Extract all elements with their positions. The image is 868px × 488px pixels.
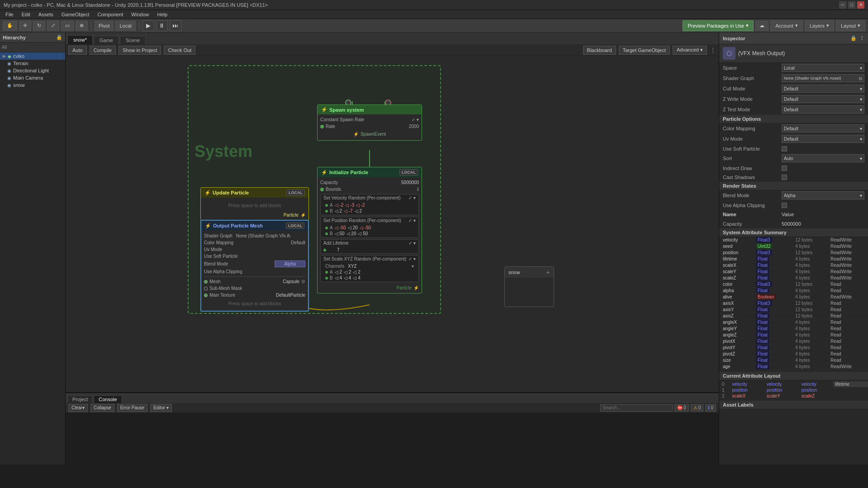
scale-tool-button[interactable]: ⤢ <box>47 21 59 31</box>
collab-button[interactable]: ☁ <box>755 21 768 31</box>
insp-indirect-checkbox[interactable] <box>782 166 787 171</box>
insp-cull-dropdown[interactable]: Default ▾ <box>782 85 864 93</box>
out-mesh-settings[interactable]: ⚙ <box>301 279 305 284</box>
spawn-rate-connector[interactable] <box>320 125 324 128</box>
local-button[interactable]: Local <box>115 21 135 31</box>
life-toggle[interactable]: ✓ ▾ <box>408 241 416 246</box>
attr-name-alive: alive <box>719 294 752 300</box>
insp-blendmode-dropdown[interactable]: Alpha ▾ <box>782 191 864 199</box>
initialize-node[interactable]: ⚡ Initialize Particle LOCAL Capacity 500… <box>317 167 422 294</box>
insp-ztest-dropdown[interactable]: Default ▾ <box>782 105 864 114</box>
out-blend-label: Blend Mode <box>204 261 228 266</box>
advanced-button[interactable]: Advanced ▾ <box>673 46 707 55</box>
pos-toggle[interactable]: ✓ ▾ <box>408 218 416 223</box>
menu-gameobject[interactable]: GameObject <box>58 11 93 18</box>
show-in-project-button[interactable]: Show in Project <box>119 46 161 55</box>
vel-toggle[interactable]: ✓ ▾ <box>408 195 416 200</box>
out-mesh-connector[interactable] <box>204 280 208 284</box>
vfx-canvas[interactable]: System Start <box>66 56 719 392</box>
insp-castshadows-checkbox[interactable] <box>782 175 787 180</box>
set-velocity-subnode: Set Velocity Random (Per-component) ✓ ▾ … <box>320 194 419 215</box>
vel-b-dot <box>325 210 328 213</box>
init-bounds-connector[interactable] <box>320 188 324 191</box>
attr-access-size: Read <box>827 357 868 364</box>
pivot-button[interactable]: Pivot <box>95 21 114 31</box>
insp-uvmode-dropdown[interactable]: Default ▾ <box>782 135 864 143</box>
asset-labels-header: Asset Labels <box>719 401 868 409</box>
output-node[interactable]: ⚡ Output Particle Mesh LOCAL Shader Grap… <box>200 220 309 312</box>
menu-window[interactable]: Window <box>128 11 152 18</box>
layers-button[interactable]: Layers ▾ <box>805 20 834 31</box>
menu-file[interactable]: File <box>2 11 17 18</box>
hierarchy-item-main-camera[interactable]: ◉ Main Camera <box>0 74 65 81</box>
insp-space-dropdown[interactable]: Local ▾ <box>782 64 864 72</box>
insp-softparticle-checkbox[interactable] <box>782 146 787 152</box>
attr-access-color: Read <box>827 281 868 288</box>
console-search-input[interactable] <box>600 404 673 412</box>
insp-space-value: Local <box>784 66 795 71</box>
tab-project[interactable]: Project <box>67 395 93 403</box>
snow-add-icon[interactable]: + <box>546 269 550 276</box>
tab-scene[interactable]: Scene <box>120 36 146 44</box>
collapse-button[interactable]: Collapse <box>90 404 114 412</box>
bottom-panel: Project Console Clear ▾ Collapse Error P… <box>66 392 719 464</box>
attribute-table: velocity Float3 12 bytes ReadWrite seed … <box>719 237 868 370</box>
close-button[interactable]: ✕ <box>857 1 864 9</box>
scale-toggle[interactable]: ✓ ▾ <box>408 256 416 261</box>
attr-type-seed: Uint32 <box>752 243 792 250</box>
rotate-tool-button[interactable]: ↻ <box>33 21 45 31</box>
toolbar-more-icon[interactable]: ⋮ <box>710 47 716 54</box>
rect-tool-button[interactable]: ▭ <box>61 21 74 31</box>
update-node[interactable]: ⚡ Update Particle LOCAL Press space to a… <box>200 187 309 221</box>
menu-component[interactable]: Component <box>94 11 127 18</box>
step-button[interactable]: ⏭ <box>170 20 181 31</box>
attr-name-scaleY: scaleY <box>719 269 752 275</box>
insp-shader-dropdown[interactable]: None (Shader Graph Vfx Asset) ⊙ <box>782 74 864 82</box>
insp-sort-dropdown[interactable]: Auto ▾ <box>782 154 864 162</box>
spawn-toggle-icon[interactable]: ✓ ▾ <box>412 117 419 122</box>
inspector-more-icon[interactable]: ⋮ <box>859 35 864 41</box>
out-color-row: Color Mapping Default <box>204 239 305 246</box>
insp-blendmode-row: Blend Mode Alpha ▾ <box>719 190 868 201</box>
channels-dropdown[interactable]: ▾ <box>412 264 414 269</box>
minimize-button[interactable]: ─ <box>839 1 846 9</box>
play-button[interactable]: ▶ <box>142 20 154 31</box>
insp-colmap-dropdown[interactable]: Default ▾ <box>782 124 864 133</box>
error-pause-button[interactable]: Error Pause <box>117 404 147 412</box>
editor-button[interactable]: Editor ▾ <box>150 404 172 412</box>
hierarchy-item-cviko[interactable]: ▶ ◆ cviko ⋮ <box>0 52 65 60</box>
inspector-lock-icon[interactable]: 🔒 <box>850 35 857 41</box>
tab-console[interactable]: Console <box>94 395 122 403</box>
hierarchy-item-snow[interactable]: ◉ snow <box>0 81 65 89</box>
tab-snow[interactable]: snow* <box>67 35 93 44</box>
menu-assets[interactable]: Assets <box>35 11 57 18</box>
spawn-node[interactable]: ⚡ Spawn system Constant Spawn Rate ✓ ▾ R… <box>317 104 422 141</box>
attr-bytes-size: 4 bytes <box>792 357 827 364</box>
out-texture-connector[interactable] <box>204 294 208 297</box>
compile-button[interactable]: Compile <box>90 46 116 55</box>
blackboard-button[interactable]: Blackboard <box>583 46 616 55</box>
layout-button[interactable]: Layout ▾ <box>836 20 865 31</box>
hierarchy-item-terrain[interactable]: ◉ Terrain <box>0 60 65 67</box>
snow-node[interactable]: snow + <box>504 266 554 307</box>
account-button[interactable]: Account ▾ <box>770 20 803 31</box>
auto-button[interactable]: Auto <box>68 46 87 55</box>
transform-tool-button[interactable]: ⊕ <box>76 21 88 31</box>
preview-packages-button[interactable]: Preview Packages in Use ▾ <box>683 20 754 31</box>
attr-row-angleY: angleY Float 4 bytes Read <box>719 326 868 332</box>
hierarchy-item-directional-light[interactable]: ◉ Directional Light <box>0 67 65 74</box>
clear-button[interactable]: Clear ▾ <box>68 404 88 412</box>
hierarchy-toolbar: All <box>0 43 65 52</box>
insp-alphaclipping-checkbox[interactable] <box>782 203 787 208</box>
menu-help[interactable]: Help <box>153 11 171 18</box>
hand-tool-button[interactable]: ✋ <box>3 21 17 31</box>
spawn-constant-row: Constant Spawn Rate ✓ ▾ <box>320 116 419 123</box>
move-tool-button[interactable]: ✛ <box>19 21 31 31</box>
tab-game[interactable]: Game <box>94 36 119 44</box>
target-gameobject-button[interactable]: Target GameObject <box>619 46 670 55</box>
menu-edit[interactable]: Edit <box>18 11 34 18</box>
insp-zwrite-dropdown[interactable]: Default ▾ <box>782 95 864 103</box>
check-out-button[interactable]: Check Out <box>164 46 195 55</box>
maximize-button[interactable]: □ <box>848 1 855 9</box>
pause-button[interactable]: ⏸ <box>156 20 168 31</box>
